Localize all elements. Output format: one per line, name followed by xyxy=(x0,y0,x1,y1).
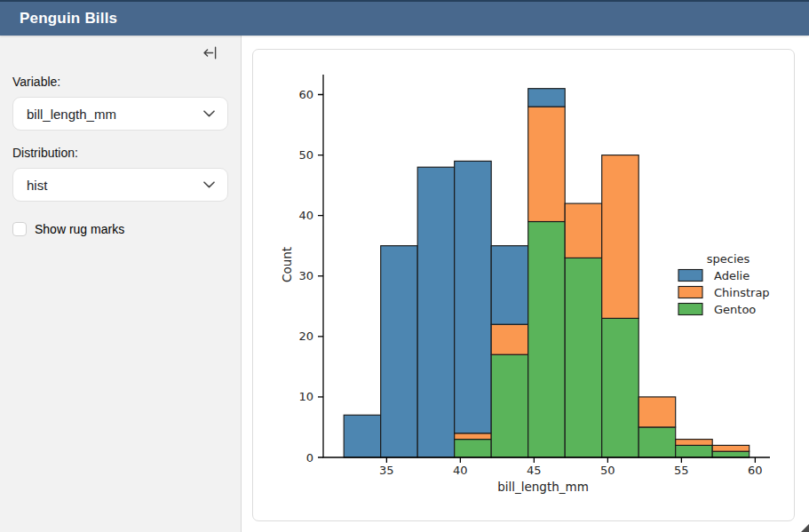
bar-segment-adelie xyxy=(381,246,418,457)
svg-text:60: 60 xyxy=(748,464,763,477)
svg-text:55: 55 xyxy=(674,464,689,477)
bar-segment-gentoo xyxy=(455,440,492,457)
legend-label-adelie: Adelie xyxy=(714,269,750,282)
page-title: Penguin Bills xyxy=(0,10,117,28)
bar-segment-gentoo xyxy=(712,451,750,457)
histogram-plot: 0102030405060354045505560bill_length_mmC… xyxy=(253,50,794,520)
app-window: Penguin Bills Variable: bill_length_mm D… xyxy=(0,0,809,532)
main-panel: 0102030405060354045505560bill_length_mmC… xyxy=(242,36,809,532)
svg-text:0: 0 xyxy=(306,451,313,465)
variable-select[interactable]: bill_length_mm xyxy=(12,97,228,131)
x-axis-label: bill_length_mm xyxy=(497,480,589,494)
svg-text:40: 40 xyxy=(453,464,468,477)
bar-segment-chinstrap xyxy=(565,203,602,258)
variable-select-value: bill_length_mm xyxy=(27,107,116,122)
bar-segment-chinstrap xyxy=(602,155,639,319)
content-area: Variable: bill_length_mm Distribution: h… xyxy=(0,36,809,532)
legend-label-gentoo: Gentoo xyxy=(714,303,756,316)
chevron-down-icon xyxy=(203,110,215,117)
chevron-down-icon xyxy=(203,181,215,188)
app-header: Penguin Bills xyxy=(0,0,809,36)
svg-text:30: 30 xyxy=(298,269,313,282)
chart-legend: speciesAdelieChinstrapGentoo xyxy=(678,252,770,316)
svg-text:40: 40 xyxy=(298,209,313,222)
sidebar-collapse-button[interactable] xyxy=(202,44,218,61)
svg-text:50: 50 xyxy=(298,148,313,162)
plot-card: 0102030405060354045505560bill_length_mmC… xyxy=(252,49,795,521)
bar-segment-chinstrap xyxy=(638,397,676,427)
variable-label: Variable: xyxy=(12,75,228,89)
sidebar: Variable: bill_length_mm Distribution: h… xyxy=(0,36,242,532)
y-axis-ticks: 0102030405060 xyxy=(298,88,323,465)
bar-segment-adelie xyxy=(491,246,528,325)
legend-swatch-adelie xyxy=(678,270,702,282)
bar-segment-adelie xyxy=(344,415,381,457)
legend-swatch-gentoo xyxy=(678,304,702,315)
svg-text:45: 45 xyxy=(527,464,542,477)
sidebar-collapse-row xyxy=(12,44,228,61)
bar-segment-chinstrap xyxy=(676,440,713,446)
bar-segment-chinstrap xyxy=(712,445,750,451)
bar-segment-gentoo xyxy=(565,258,602,457)
bar-segment-chinstrap xyxy=(491,324,528,354)
bar-segment-gentoo xyxy=(528,222,566,458)
svg-text:10: 10 xyxy=(298,390,313,403)
distribution-select-value: hist xyxy=(27,178,47,193)
bar-segment-gentoo xyxy=(638,427,676,457)
distribution-select[interactable]: hist xyxy=(12,168,228,202)
bar-segment-adelie xyxy=(455,161,492,433)
distribution-label: Distribution: xyxy=(12,146,228,160)
bar-segment-chinstrap xyxy=(455,433,492,440)
bar-segment-adelie xyxy=(528,89,566,107)
bar-segment-gentoo xyxy=(602,318,639,457)
svg-text:35: 35 xyxy=(379,464,394,477)
bar-segment-gentoo xyxy=(676,445,713,457)
legend-title: species xyxy=(707,252,750,266)
resize-grip[interactable] xyxy=(801,524,809,532)
rug-checkbox-row: Show rug marks xyxy=(12,222,228,236)
svg-text:60: 60 xyxy=(298,88,313,101)
bar-segment-chinstrap xyxy=(528,107,566,221)
bar-segment-adelie xyxy=(417,167,455,457)
rug-checkbox[interactable] xyxy=(12,222,27,236)
rug-checkbox-label: Show rug marks xyxy=(35,222,124,236)
bar-segment-gentoo xyxy=(491,354,528,457)
legend-swatch-chinstrap xyxy=(678,287,702,298)
y-axis-label: Count xyxy=(280,247,294,282)
legend-label-chinstrap: Chinstrap xyxy=(714,286,770,299)
arrow-left-to-bar-icon xyxy=(203,46,217,60)
svg-text:50: 50 xyxy=(600,464,615,477)
x-axis-ticks: 354045505560 xyxy=(379,457,763,477)
svg-text:20: 20 xyxy=(298,330,313,343)
